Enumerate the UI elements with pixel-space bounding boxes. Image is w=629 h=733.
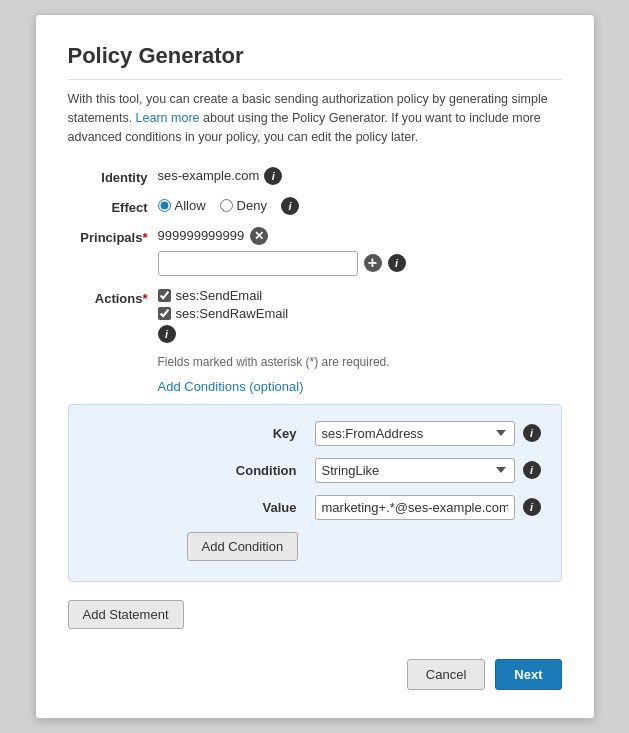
principals-info-icon[interactable]: i bbox=[388, 254, 406, 272]
effect-allow-radio[interactable] bbox=[158, 199, 171, 212]
condition-value-row: Value i bbox=[89, 495, 541, 520]
effect-allow-label: Allow bbox=[175, 198, 206, 213]
actions-options: ses:SendEmail ses:SendRawEmail bbox=[158, 288, 562, 321]
effect-content: Allow Deny i bbox=[158, 197, 562, 215]
condition-condition-label: Condition bbox=[227, 463, 307, 478]
effect-deny-radio[interactable] bbox=[220, 199, 233, 212]
effect-deny-option[interactable]: Deny bbox=[220, 198, 267, 213]
learn-more-link[interactable]: Learn more bbox=[136, 111, 200, 125]
action-send-email-option[interactable]: ses:SendEmail bbox=[158, 288, 562, 303]
condition-key-row: Key ses:FromAddress ses:FromDisplayName … bbox=[89, 421, 541, 446]
action-send-raw-email-checkbox[interactable] bbox=[158, 307, 171, 320]
add-condition-button[interactable]: Add Condition bbox=[187, 532, 299, 561]
policy-generator-panel: Policy Generator With this tool, you can… bbox=[35, 14, 595, 718]
actions-row: Actions ses:SendEmail ses:SendRawEmail i bbox=[68, 288, 562, 343]
page-title: Policy Generator bbox=[68, 43, 562, 80]
condition-value-label: Value bbox=[227, 500, 307, 515]
identity-text: ses-example.com bbox=[158, 168, 260, 183]
next-button[interactable]: Next bbox=[495, 659, 561, 690]
action-send-raw-email-label: ses:SendRawEmail bbox=[176, 306, 289, 321]
actions-label: Actions bbox=[68, 288, 158, 306]
actions-content: ses:SendEmail ses:SendRawEmail i bbox=[158, 288, 562, 343]
cancel-button[interactable]: Cancel bbox=[407, 659, 485, 690]
effect-info-icon[interactable]: i bbox=[281, 197, 299, 215]
principals-value: 999999999999 bbox=[158, 228, 245, 243]
effect-options: Allow Deny i bbox=[158, 197, 562, 215]
condition-value-input[interactable] bbox=[315, 495, 515, 520]
condition-value-info-icon[interactable]: i bbox=[523, 498, 541, 516]
action-send-email-label: ses:SendEmail bbox=[176, 288, 263, 303]
effect-label: Effect bbox=[68, 197, 158, 215]
principals-input[interactable] bbox=[158, 251, 358, 276]
action-send-email-checkbox[interactable] bbox=[158, 289, 171, 302]
add-statement-button[interactable]: Add Statement bbox=[68, 600, 184, 629]
effect-deny-label: Deny bbox=[237, 198, 267, 213]
identity-info-icon[interactable]: i bbox=[264, 167, 282, 185]
add-condition-row: Add Condition bbox=[89, 532, 541, 561]
conditions-box: Key ses:FromAddress ses:FromDisplayName … bbox=[68, 404, 562, 582]
add-conditions-link[interactable]: Add Conditions (optional) bbox=[158, 379, 304, 394]
condition-condition-row: Condition StringLike StringEquals String… bbox=[89, 458, 541, 483]
principals-input-row: + i bbox=[158, 251, 562, 276]
add-principal-icon[interactable]: + bbox=[364, 254, 382, 272]
identity-row: Identity ses-example.com i bbox=[68, 167, 562, 185]
remove-principal-icon[interactable]: ✕ bbox=[250, 227, 268, 245]
actions-info-icon[interactable]: i bbox=[158, 325, 176, 343]
principals-row: Principals 999999999999 ✕ + i bbox=[68, 227, 562, 276]
add-statement-row: Add Statement bbox=[68, 600, 562, 649]
condition-key-label: Key bbox=[227, 426, 307, 441]
principals-label: Principals bbox=[68, 227, 158, 245]
condition-key-info-icon[interactable]: i bbox=[523, 424, 541, 442]
footer-buttons: Cancel Next bbox=[68, 659, 562, 690]
condition-condition-select[interactable]: StringLike StringEquals StringNotLike bbox=[315, 458, 515, 483]
effect-row: Effect Allow Deny i bbox=[68, 197, 562, 215]
description-text: With this tool, you can create a basic s… bbox=[68, 90, 562, 146]
action-send-raw-email-option[interactable]: ses:SendRawEmail bbox=[158, 306, 562, 321]
identity-content: ses-example.com i bbox=[158, 167, 562, 185]
identity-value: ses-example.com i bbox=[158, 167, 283, 185]
condition-key-select[interactable]: ses:FromAddress ses:FromDisplayName ses:… bbox=[315, 421, 515, 446]
effect-allow-option[interactable]: Allow bbox=[158, 198, 206, 213]
condition-condition-info-icon[interactable]: i bbox=[523, 461, 541, 479]
required-note: Fields marked with asterisk (*) are requ… bbox=[158, 355, 562, 369]
principals-content: 999999999999 ✕ + i bbox=[158, 227, 562, 276]
principals-entry: 999999999999 ✕ bbox=[158, 227, 562, 245]
identity-label: Identity bbox=[68, 167, 158, 185]
